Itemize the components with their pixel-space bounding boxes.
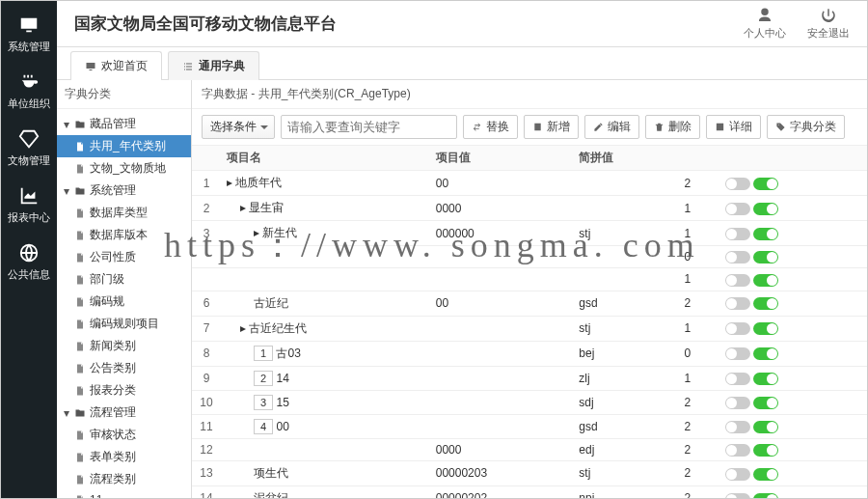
toggle-2[interactable] bbox=[753, 347, 778, 360]
toggle-2[interactable] bbox=[753, 203, 778, 215]
toggle-2[interactable] bbox=[753, 297, 778, 310]
nav-relic[interactable]: 文物管理 bbox=[1, 128, 57, 168]
filter-select[interactable]: 选择条件 bbox=[202, 115, 275, 139]
toggle-2[interactable] bbox=[753, 322, 778, 335]
table-row[interactable]: 103 15sdj2 bbox=[192, 390, 867, 414]
edit-button[interactable]: 编辑 bbox=[584, 115, 639, 139]
chart-icon bbox=[18, 185, 40, 207]
user-center-button[interactable]: 个人中心 bbox=[744, 7, 786, 41]
table-row[interactable]: 13项生代00000203stj2 bbox=[192, 460, 867, 485]
tree-item[interactable]: 部门级 bbox=[57, 268, 191, 291]
toggle-2[interactable] bbox=[753, 251, 778, 263]
tree-item[interactable]: 共用_年代类别 bbox=[57, 135, 191, 157]
tree-item[interactable]: 报表分类 bbox=[57, 379, 191, 402]
toggle-2[interactable] bbox=[753, 444, 778, 457]
tree-item[interactable]: 11 bbox=[57, 490, 191, 498]
tree-item[interactable]: 数据库类型 bbox=[57, 202, 191, 224]
table-row[interactable]: 120000edj2 bbox=[192, 438, 867, 460]
tab-bar: 欢迎首页通用字典 bbox=[57, 47, 867, 80]
toggle-1[interactable] bbox=[725, 444, 750, 457]
table-row[interactable]: 1 bbox=[192, 268, 867, 291]
toggle-1[interactable] bbox=[725, 468, 750, 481]
tree-folder[interactable]: ▾藏品管理 bbox=[57, 113, 191, 135]
tree-item[interactable]: 编码规 bbox=[57, 291, 191, 313]
power-icon bbox=[820, 7, 837, 24]
toggle-1[interactable] bbox=[725, 421, 750, 433]
tree-item[interactable]: 新闻类别 bbox=[57, 335, 191, 357]
toggle-1[interactable] bbox=[725, 228, 750, 240]
left-navbar: 系统管理单位组织文物管理报表中心公共信息 bbox=[1, 1, 57, 498]
toggle-2[interactable] bbox=[753, 421, 778, 433]
toggle-2[interactable] bbox=[753, 493, 778, 498]
toggle-1[interactable] bbox=[725, 297, 750, 310]
sidebar: 字典分类 ▾藏品管理共用_年代类别文物_文物质地▾系统管理数据库类型数据库版本公… bbox=[57, 80, 192, 498]
table-row[interactable]: 81 古03bej0 bbox=[192, 341, 867, 366]
toggle-1[interactable] bbox=[725, 347, 750, 360]
monitor-icon bbox=[18, 14, 40, 36]
tree-item[interactable]: 公告类别 bbox=[57, 357, 191, 379]
user-icon bbox=[756, 7, 773, 24]
diamond-icon bbox=[18, 128, 40, 150]
toggle-2[interactable] bbox=[753, 178, 778, 190]
toggle-2[interactable] bbox=[753, 373, 778, 385]
logout-button[interactable]: 安全退出 bbox=[807, 7, 850, 41]
tree-item[interactable]: 编码规则项目 bbox=[57, 313, 191, 335]
replace-button[interactable]: 替换 bbox=[463, 115, 518, 139]
tree-item[interactable]: 流程类别 bbox=[57, 468, 191, 490]
toggle-1[interactable] bbox=[725, 322, 750, 335]
add-button[interactable]: 新增 bbox=[524, 115, 579, 139]
toggle-2[interactable] bbox=[753, 468, 778, 481]
table-row[interactable]: 6古近纪00gsd2 bbox=[192, 291, 867, 316]
table-row[interactable]: 14泥盆纪00000202npj2 bbox=[192, 485, 867, 498]
tree-item[interactable]: 文物_文物质地 bbox=[57, 157, 191, 180]
toggle-1[interactable] bbox=[725, 203, 750, 215]
globe-icon bbox=[18, 242, 40, 263]
toolbar: 选择条件 替换新增编辑删除详细字典分类 bbox=[192, 109, 867, 146]
app-title: 国家文物局全国可移动文物信息平台 bbox=[74, 13, 744, 35]
tree-item[interactable]: 数据库版本 bbox=[57, 224, 191, 246]
table-row[interactable]: 114 00gsd2 bbox=[192, 414, 867, 438]
table-row[interactable]: 7▸ 古近纪生代stj1 bbox=[192, 316, 867, 341]
toggle-1[interactable] bbox=[725, 274, 750, 287]
table-row[interactable]: 0 bbox=[192, 246, 867, 268]
tab-dict[interactable]: 通用字典 bbox=[168, 51, 259, 80]
table-row[interactable]: 2▸ 显生宙00001 bbox=[192, 196, 867, 221]
toggle-1[interactable] bbox=[725, 373, 750, 385]
search-input[interactable] bbox=[281, 115, 457, 139]
nav-public[interactable]: 公共信息 bbox=[1, 242, 57, 282]
delete-button[interactable]: 删除 bbox=[645, 115, 700, 139]
toggle-2[interactable] bbox=[753, 274, 778, 287]
toggle-1[interactable] bbox=[725, 493, 750, 498]
toggle-2[interactable] bbox=[753, 397, 778, 409]
tree-item[interactable]: 审核状态 bbox=[57, 424, 191, 446]
nav-sys[interactable]: 系统管理 bbox=[1, 14, 57, 54]
table-row[interactable]: 3▸ 新生代000000stj1 bbox=[192, 221, 867, 246]
toggle-1[interactable] bbox=[725, 251, 750, 263]
coffee-icon bbox=[18, 71, 40, 93]
table-row[interactable]: 1▸ 地质年代002 bbox=[192, 171, 867, 196]
detail-button[interactable]: 详细 bbox=[706, 115, 761, 139]
tree-folder[interactable]: ▾系统管理 bbox=[57, 180, 191, 202]
tree-item[interactable]: 公司性质 bbox=[57, 246, 191, 268]
tree-folder[interactable]: ▾流程管理 bbox=[57, 402, 191, 424]
tree-item[interactable]: 表单类别 bbox=[57, 446, 191, 468]
table-row[interactable]: 92 14zlj1 bbox=[192, 366, 867, 390]
tab-home[interactable]: 欢迎首页 bbox=[70, 51, 162, 80]
category-button[interactable]: 字典分类 bbox=[767, 115, 845, 139]
data-grid[interactable]: 项目名项目值简拼值1▸ 地质年代002 2▸ 显生宙00001 3▸ 新生代00… bbox=[192, 146, 867, 498]
nav-report[interactable]: 报表中心 bbox=[1, 185, 57, 225]
top-bar: 国家文物局全国可移动文物信息平台 个人中心 安全退出 bbox=[57, 1, 867, 47]
panel-title: 字典数据 - 共用_年代类别(CR_AgeType) bbox=[192, 80, 867, 109]
toggle-2[interactable] bbox=[753, 228, 778, 240]
toggle-1[interactable] bbox=[725, 397, 750, 409]
toggle-1[interactable] bbox=[725, 178, 750, 190]
sidebar-heading: 字典分类 bbox=[57, 80, 191, 109]
category-tree: ▾藏品管理共用_年代类别文物_文物质地▾系统管理数据库类型数据库版本公司性质部门… bbox=[57, 109, 191, 498]
nav-org[interactable]: 单位组织 bbox=[1, 71, 57, 111]
